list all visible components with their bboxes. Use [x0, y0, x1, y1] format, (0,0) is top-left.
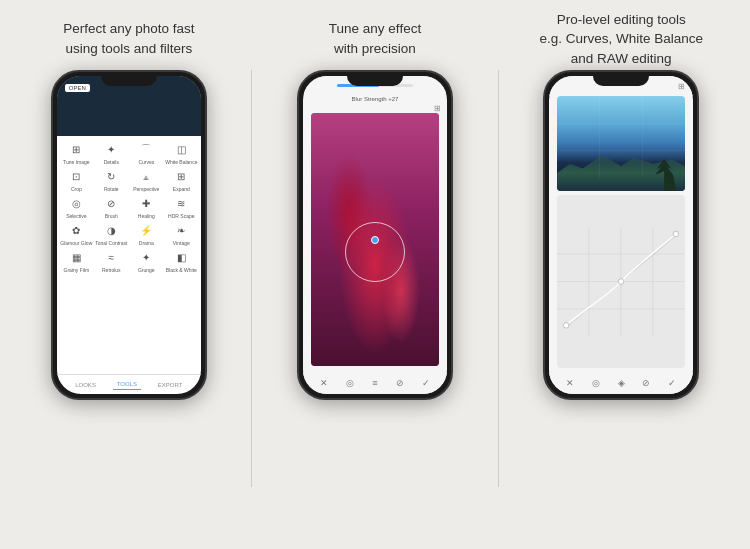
svg-point-12 — [618, 279, 623, 284]
phone3-topbar: ⊞ — [549, 76, 693, 96]
open-button[interactable]: OPEN — [65, 84, 90, 92]
tool-hdr[interactable]: ≋ HDR Scape — [164, 194, 198, 219]
tool-tonal[interactable]: ◑ Tonal Contrast — [94, 221, 128, 246]
grunge-label: Grunge — [138, 267, 155, 273]
tool-tune-image[interactable]: ⊞ Tune Image — [59, 140, 93, 165]
phone-1: OPEN ⊞ Tune Image ✦ Details — [51, 70, 207, 400]
tool-bw[interactable]: ◧ Black & White — [164, 248, 198, 273]
healing-label: Healing — [138, 213, 155, 219]
tonal-label: Tonal Contrast — [95, 240, 127, 246]
tool-details[interactable]: ✦ Details — [94, 140, 128, 165]
retrolux-icon: ≈ — [102, 248, 120, 266]
confirm-icon[interactable]: ✓ — [422, 378, 430, 388]
blur-slider-fill — [337, 84, 379, 87]
tool-grunge[interactable]: ✦ Grunge — [129, 248, 163, 273]
tab-export[interactable]: EXPORT — [154, 380, 187, 390]
white-balance-icon: ◫ — [172, 140, 190, 158]
blur-slider[interactable] — [337, 84, 414, 87]
tool-glamour[interactable]: ✿ Glamour Glow — [59, 221, 93, 246]
tool-crop[interactable]: ⊡ Crop — [59, 167, 93, 192]
tool-grainy[interactable]: ▦ Grainy Film — [59, 248, 93, 273]
phone-1-screen: OPEN ⊞ Tune Image ✦ Details — [57, 76, 201, 394]
tool-drama[interactable]: ⚡ Drama — [129, 221, 163, 246]
divider-1 — [251, 70, 252, 487]
grainy-label: Grainy Film — [64, 267, 90, 273]
tool-expand[interactable]: ⊞ Expand — [164, 167, 198, 192]
tools-row-4: ✿ Glamour Glow ◑ Tonal Contrast ⚡ Drama — [59, 221, 199, 246]
tool-curves[interactable]: ⌒ Curves — [129, 140, 163, 165]
phone-2: Blur Strength +27 ⊞ ✕ ◎ ≡ ⊘ — [297, 70, 453, 400]
phone2-topbar — [303, 76, 447, 94]
retrolux-label: Retrolux — [102, 267, 121, 273]
color-icon[interactable]: ◈ — [618, 378, 625, 388]
tool-vintage[interactable]: ❧ Vintage — [164, 221, 198, 246]
photo-flowers — [311, 113, 439, 366]
tonal-icon: ◑ — [102, 221, 120, 239]
phone1-footer: LOOKS TOOLS EXPORT — [57, 374, 201, 394]
crop-icon: ⊡ — [67, 167, 85, 185]
tool-retrolux[interactable]: ≈ Retrolux — [94, 248, 128, 273]
tab-looks[interactable]: LOOKS — [71, 380, 100, 390]
stack-icon[interactable]: ⊞ — [678, 82, 685, 91]
tools-row-3: ◎ Selective ⊘ Brush ✚ Healing — [59, 194, 199, 219]
panel-pro: Pro-level editing toolse.g. Curves, Whit… — [506, 18, 736, 539]
mask-icon[interactable]: ⊘ — [396, 378, 404, 388]
tool-selective[interactable]: ◎ Selective — [59, 194, 93, 219]
compare-icon[interactable]: ⊞ — [434, 104, 441, 113]
eye-icon[interactable]: ◎ — [592, 378, 600, 388]
phone-3: ⊞ — [543, 70, 699, 400]
tool-brush[interactable]: ⊘ Brush — [94, 194, 128, 219]
expand-icon: ⊞ — [172, 167, 190, 185]
white-balance-label: White Balance — [165, 159, 197, 165]
curves-area — [557, 195, 685, 368]
selective-icon: ◎ — [67, 194, 85, 212]
panel-tools: Perfect any photo fastusing tools and fi… — [14, 18, 244, 539]
tools-row-1: ⊞ Tune Image ✦ Details ⌒ Curves — [59, 140, 199, 165]
blur-dot[interactable] — [371, 236, 379, 244]
confirm-icon-3[interactable]: ✓ — [668, 378, 676, 388]
cancel-icon-3[interactable]: ✕ — [566, 378, 574, 388]
crop-label: Crop — [71, 186, 82, 192]
phone-2-screen: Blur Strength +27 ⊞ ✕ ◎ ≡ ⊘ — [303, 76, 447, 394]
adjustments-icon[interactable]: ≡ — [372, 378, 377, 388]
tune-image-label: Tune Image — [63, 159, 90, 165]
brush-icon: ⊘ — [102, 194, 120, 212]
glamour-label: Glamour Glow — [60, 240, 92, 246]
vintage-icon: ❧ — [172, 221, 190, 239]
vintage-label: Vintage — [173, 240, 190, 246]
bw-label: Black & White — [166, 267, 197, 273]
phone3-bottombar: ✕ ◎ ◈ ⊘ ✓ — [549, 372, 693, 394]
blur-strength-label: Blur Strength +27 — [303, 94, 447, 104]
panel-tune: Tune any effectwith precision Blur Stren… — [260, 18, 490, 539]
hdr-icon: ≋ — [172, 194, 190, 212]
selective-label: Selective — [66, 213, 86, 219]
layers-icon[interactable]: ⊘ — [642, 378, 650, 388]
tool-healing[interactable]: ✚ Healing — [129, 194, 163, 219]
phone2-icon-row: ⊞ — [303, 104, 447, 113]
drama-label: Drama — [139, 240, 154, 246]
healing-icon: ✚ — [137, 194, 155, 212]
curves-label: Curves — [138, 159, 154, 165]
blur-circle[interactable] — [345, 222, 405, 282]
photo-grid — [557, 96, 685, 178]
brush-label: Brush — [105, 213, 118, 219]
rotate-label: Rotate — [104, 186, 119, 192]
blur-tool-icon[interactable]: ◎ — [346, 378, 354, 388]
tools-row-2: ⊡ Crop ↻ Rotate ⟁ Perspective — [59, 167, 199, 192]
tool-perspective[interactable]: ⟁ Perspective — [129, 167, 163, 192]
curves-icon: ⌒ — [137, 140, 155, 158]
caption-tune-text: Tune any effectwith precision — [329, 19, 421, 58]
main-container: Perfect any photo fastusing tools and fi… — [0, 0, 750, 549]
curves-svg — [557, 195, 685, 368]
cancel-icon[interactable]: ✕ — [320, 378, 328, 388]
bw-icon: ◧ — [172, 248, 190, 266]
glamour-icon: ✿ — [67, 221, 85, 239]
phone-3-screen: ⊞ — [549, 76, 693, 394]
tab-tools[interactable]: TOOLS — [113, 379, 141, 390]
phone2-bottombar: ✕ ◎ ≡ ⊘ ✓ — [303, 372, 447, 394]
tool-white-balance[interactable]: ◫ White Balance — [164, 140, 198, 165]
tool-rotate[interactable]: ↻ Rotate — [94, 167, 128, 192]
tune-image-icon: ⊞ — [67, 140, 85, 158]
hdr-label: HDR Scape — [168, 213, 194, 219]
details-icon: ✦ — [102, 140, 120, 158]
